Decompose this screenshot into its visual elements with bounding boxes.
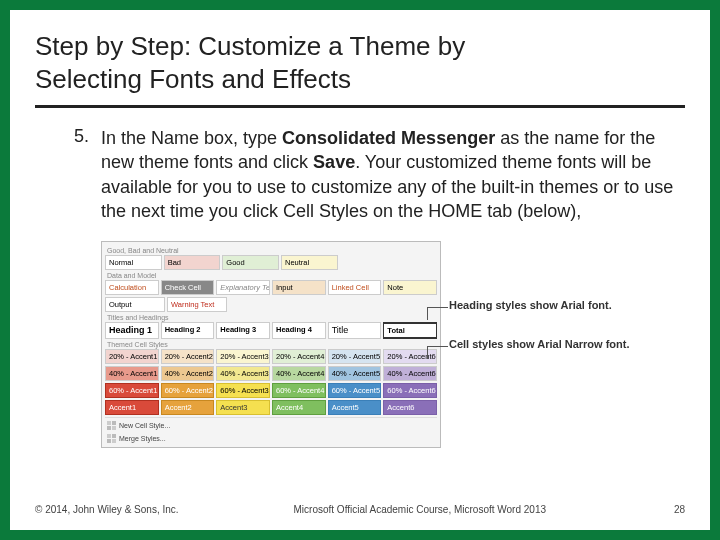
style-cell: Accent6 (383, 400, 437, 415)
style-cell: Explanatory Text (216, 280, 270, 295)
callout-cell-styles: Cell styles show Arial Narrow font. (449, 338, 630, 351)
gallery-wrap: Good, Bad and Neutral Normal Bad Good Ne… (101, 241, 685, 448)
style-cell: Neutral (281, 255, 338, 270)
style-cell: Calculation (105, 280, 159, 295)
grid-icon (107, 421, 116, 430)
cell-styles-gallery: Good, Bad and Neutral Normal Bad Good Ne… (101, 241, 441, 448)
style-cell: Heading 4 (272, 322, 326, 339)
style-cell: 60% - Accent6 (383, 383, 437, 398)
style-cell: Output (105, 297, 165, 312)
footer: © 2014, John Wiley & Sons, Inc. Microsof… (35, 504, 685, 515)
footer-page-number: 28 (661, 504, 685, 515)
title-line-2: Selecting Fonts and Effects (35, 64, 351, 94)
style-cell: 20% - Accent2 (161, 349, 215, 364)
style-cell: Accent2 (161, 400, 215, 415)
style-cell: Title (328, 322, 382, 339)
style-cell: Accent1 (105, 400, 159, 415)
style-cell: Accent5 (328, 400, 382, 415)
style-cell: 60% - Accent2 (161, 383, 215, 398)
style-cell: 60% - Accent1 (105, 383, 159, 398)
style-cell: 20% - Accent1 (105, 349, 159, 364)
style-cell: 40% - Accent3 (216, 366, 270, 381)
style-cell: Normal (105, 255, 162, 270)
style-cell: Check Cell (161, 280, 215, 295)
style-cell: Bad (164, 255, 221, 270)
style-cell: Warning Text (167, 297, 227, 312)
section-label: Good, Bad and Neutral (107, 247, 437, 254)
style-cell: Heading 2 (161, 322, 215, 339)
callout-heading-styles: Heading styles show Arial font. (449, 299, 630, 312)
slide-title: Step by Step: Customize a Theme by Selec… (35, 30, 685, 108)
body: 5. In the Name box, type Consolidated Me… (35, 126, 685, 496)
style-cell: 20% - Accent3 (216, 349, 270, 364)
style-cell: 40% - Accent5 (328, 366, 382, 381)
footer-course: Microsoft Official Academic Course, Micr… (179, 504, 661, 515)
style-cell: 60% - Accent3 (216, 383, 270, 398)
footer-copyright: © 2014, John Wiley & Sons, Inc. (35, 504, 179, 515)
style-cell: Linked Cell (328, 280, 382, 295)
style-cell: Heading 3 (216, 322, 270, 339)
step-text: In the Name box, type Consolidated Messe… (101, 126, 685, 223)
style-cell: 40% - Accent2 (161, 366, 215, 381)
new-cell-style-menu: New Cell Style... (105, 420, 172, 431)
style-cell: 40% - Accent6 (383, 366, 437, 381)
style-cell: Heading 1 (105, 322, 159, 339)
slide: Step by Step: Customize a Theme by Selec… (10, 10, 710, 530)
section-label: Titles and Headings (107, 314, 437, 321)
style-cell: Total (383, 322, 437, 339)
callouts: Heading styles show Arial font. Cell sty… (449, 299, 630, 351)
style-cell: 20% - Accent4 (272, 349, 326, 364)
section-label: Data and Model (107, 272, 437, 279)
title-line-1: Step by Step: Customize a Theme by (35, 31, 465, 61)
style-cell: 40% - Accent1 (105, 366, 159, 381)
grid-icon (107, 434, 116, 443)
style-cell: Accent3 (216, 400, 270, 415)
style-cell: 60% - Accent4 (272, 383, 326, 398)
style-cell: 40% - Accent4 (272, 366, 326, 381)
section-label: Themed Cell Styles (107, 341, 437, 348)
merge-styles-menu: Merge Styles... (105, 433, 168, 444)
style-cell: Accent4 (272, 400, 326, 415)
style-cell: Input (272, 280, 326, 295)
style-cell: Good (222, 255, 279, 270)
style-cell: Note (383, 280, 437, 295)
step-number: 5. (65, 126, 89, 496)
style-cell: 60% - Accent5 (328, 383, 382, 398)
style-cell: 20% - Accent5 (328, 349, 382, 364)
